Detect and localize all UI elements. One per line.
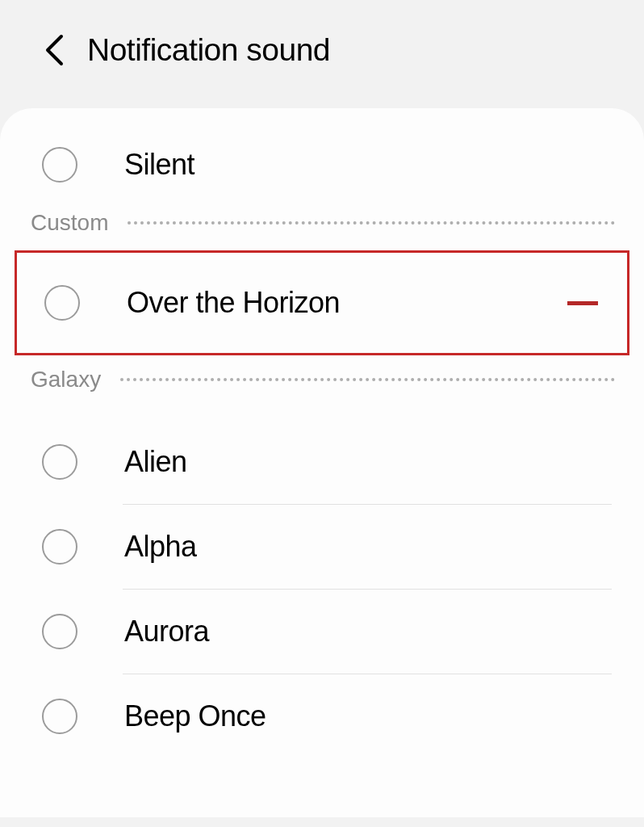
page-title: Notification sound [87,32,330,68]
sound-option-alpha[interactable]: Alpha [42,505,612,589]
minus-icon[interactable] [567,301,598,305]
header: Notification sound [0,0,644,108]
option-label: Aurora [124,615,209,649]
radio-unchecked-icon [42,614,77,649]
option-label: Beep Once [124,699,266,733]
option-label: Over the Horizon [127,286,521,320]
option-label: Alpha [124,530,197,564]
radio-unchecked-icon [42,529,77,565]
sound-option-alien[interactable]: Alien [42,420,612,504]
section-title: Custom [31,210,108,236]
sound-option-over-the-horizon[interactable]: Over the Horizon [15,250,629,355]
section-header-galaxy: Galaxy [0,360,644,404]
sound-option-silent[interactable]: Silent [0,126,644,204]
radio-unchecked-icon [42,444,77,480]
galaxy-list: Alien Alpha Aurora Beep Once [0,404,644,758]
section-header-custom: Custom [0,204,644,242]
sound-option-aurora[interactable]: Aurora [42,590,612,674]
sound-option-beep-once[interactable]: Beep Once [42,674,612,758]
radio-unchecked-icon [42,699,77,734]
divider-dotted [128,221,615,225]
radio-unchecked-icon [42,147,77,183]
back-icon[interactable] [44,33,65,67]
option-label: Silent [124,148,194,182]
divider-dotted [120,378,615,381]
option-label: Alien [124,445,187,479]
radio-unchecked-icon [44,285,80,321]
section-title: Galaxy [31,367,101,393]
sound-panel: Silent Custom Over the Horizon Galaxy Al… [0,108,644,817]
